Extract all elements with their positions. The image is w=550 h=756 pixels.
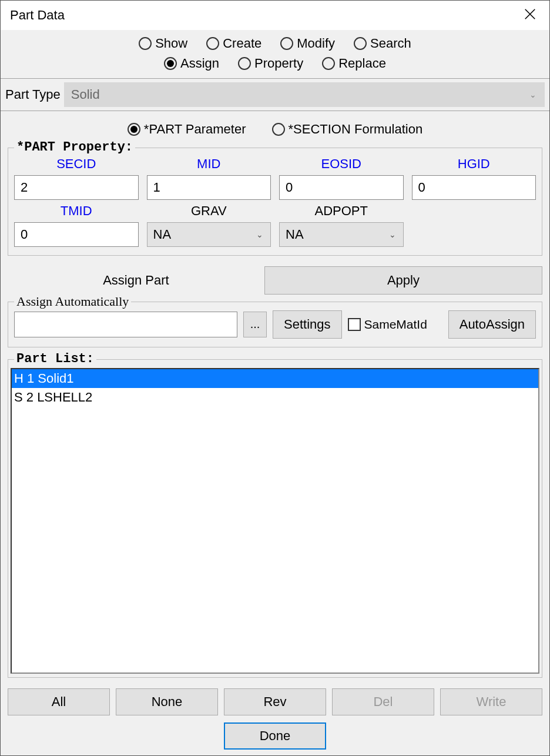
mode-radio-modify[interactable]: Modify xyxy=(280,36,335,51)
select-adpopt[interactable]: NA⌄ xyxy=(279,222,404,247)
part-list-legend: Part List: xyxy=(14,352,96,366)
assign-part-label: Assign Part xyxy=(8,273,264,288)
chevron-down-icon: ⌄ xyxy=(389,230,396,239)
assign-automatically-fieldset: Assign Automatically ... Settings SameMa… xyxy=(8,302,542,347)
input-mid[interactable] xyxy=(147,175,271,200)
input-secid[interactable] xyxy=(14,175,139,200)
mode-radio-replace[interactable]: Replace xyxy=(322,56,386,71)
input-hgid[interactable] xyxy=(412,175,536,200)
chevron-down-icon: ⌄ xyxy=(529,90,536,99)
auto-input[interactable] xyxy=(14,312,237,337)
rev-button[interactable]: Rev xyxy=(224,688,326,715)
radio-icon xyxy=(238,57,251,70)
param-radio[interactable]: *SECTION Formulation xyxy=(272,122,423,137)
input-tmid[interactable] xyxy=(14,222,139,247)
done-button[interactable]: Done xyxy=(224,722,326,750)
list-buttons-row: All None Rev Del Write xyxy=(8,688,542,715)
chevron-down-icon: ⌄ xyxy=(256,230,263,239)
auto-legend: Assign Automatically xyxy=(14,294,131,309)
apply-button[interactable]: Apply xyxy=(264,266,542,295)
list-item[interactable]: S 2 LSHELL2 xyxy=(12,388,538,407)
browse-button[interactable]: ... xyxy=(243,312,267,337)
part-type-select[interactable]: Solid ⌄ xyxy=(64,82,545,107)
checkbox-icon xyxy=(348,318,361,331)
select-grav[interactable]: NA⌄ xyxy=(147,222,271,247)
part-property-fieldset: *PART Property: SECIDMIDEOSIDHGIDTMIDGRA… xyxy=(8,148,542,256)
col-header-eosid[interactable]: EOSID xyxy=(279,155,404,173)
col-header-tmid[interactable]: TMID xyxy=(14,202,139,220)
part-list-fieldset: Part List: H 1 Solid1S 2 LSHELL2 xyxy=(8,359,542,678)
del-button[interactable]: Del xyxy=(332,688,434,715)
col-header-adpopt: ADPOPT xyxy=(279,202,404,220)
radio-icon xyxy=(322,57,335,70)
mode-radio-property[interactable]: Property xyxy=(238,56,303,71)
titlebar: Part Data xyxy=(1,1,549,30)
col-header-secid[interactable]: SECID xyxy=(14,155,139,173)
radio-icon xyxy=(164,57,177,70)
write-button[interactable]: Write xyxy=(440,688,542,715)
col-header-hgid[interactable]: HGID xyxy=(412,155,536,173)
mode-radio-show[interactable]: Show xyxy=(139,36,187,51)
input-eosid[interactable] xyxy=(279,175,404,200)
param-radio[interactable]: *PART Parameter xyxy=(128,122,246,137)
radio-icon xyxy=(272,123,285,136)
parameter-radio-group: *PART Parameter*SECTION Formulation xyxy=(5,111,545,144)
radio-icon xyxy=(354,37,367,50)
none-button[interactable]: None xyxy=(116,688,218,715)
radio-icon xyxy=(139,37,152,50)
radio-icon xyxy=(128,123,140,136)
part-type-row: Part Type Solid ⌄ xyxy=(1,79,549,111)
mode-radio-create[interactable]: Create xyxy=(206,36,261,51)
radio-icon xyxy=(206,37,219,50)
part-data-dialog: Part Data ShowCreateModifySearch AssignP… xyxy=(0,0,550,756)
all-button[interactable]: All xyxy=(8,688,110,715)
part-property-legend: *PART Property: xyxy=(14,140,135,155)
mode-radio-group: ShowCreateModifySearch AssignPropertyRep… xyxy=(5,30,545,76)
window-title: Part Data xyxy=(10,8,65,23)
settings-button[interactable]: Settings xyxy=(273,310,342,339)
part-type-label: Part Type xyxy=(5,87,61,102)
col-header-grav: GRAV xyxy=(147,202,271,220)
mode-radio-search[interactable]: Search xyxy=(354,36,411,51)
part-list[interactable]: H 1 Solid1S 2 LSHELL2 xyxy=(11,368,539,674)
col-header-mid[interactable]: MID xyxy=(147,155,271,173)
list-item[interactable]: H 1 Solid1 xyxy=(12,369,538,388)
mode-radio-assign[interactable]: Assign xyxy=(164,56,219,71)
close-button[interactable] xyxy=(519,5,541,26)
samematid-checkbox[interactable]: SameMatId xyxy=(348,317,427,332)
autoassign-button[interactable]: AutoAssign xyxy=(448,310,536,339)
close-icon xyxy=(524,8,536,21)
radio-icon xyxy=(280,37,293,50)
